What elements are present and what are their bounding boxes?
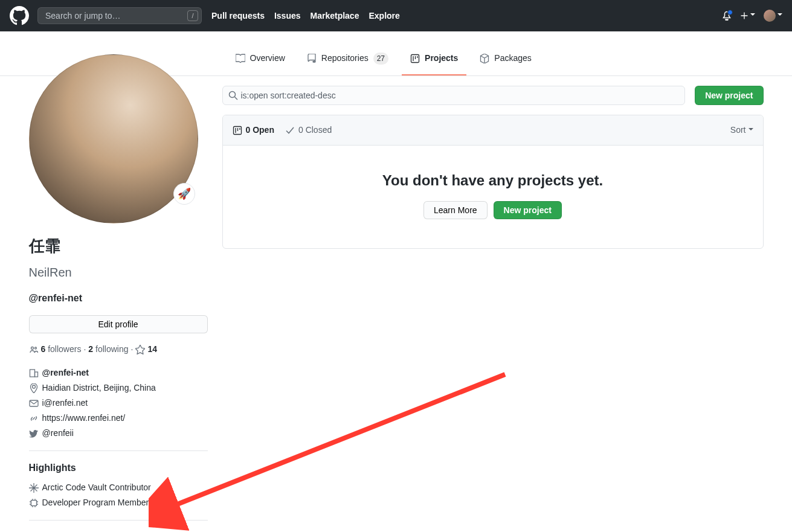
organizations-section: Organizations xyxy=(29,520,208,532)
vcard-org: @renfei-net xyxy=(29,365,208,380)
create-new-dropdown[interactable] xyxy=(740,11,755,20)
closed-projects-toggle[interactable]: 0 Closed xyxy=(285,124,332,136)
rocket-icon: 🚀 xyxy=(178,186,191,202)
projects-box: 0 Open 0 Closed Sort You don't have any … xyxy=(222,115,764,249)
cpu-icon xyxy=(29,498,39,508)
open-projects-toggle[interactable]: 0 Open xyxy=(233,124,274,136)
highlights-section: Highlights Arctic Code Vault Contributor… xyxy=(29,450,208,510)
projects-blankslate: You don't have any projects yet. Learn M… xyxy=(223,146,763,248)
primary-nav: Pull requests Issues Marketplace Explore xyxy=(211,10,400,22)
caret-down-icon xyxy=(778,13,782,18)
organization-icon xyxy=(29,368,39,378)
twitter-icon xyxy=(29,429,39,438)
header-right xyxy=(722,10,782,22)
profile-username: NeilRen xyxy=(29,266,72,279)
snowflake-icon xyxy=(29,483,39,493)
projects-filter-row: New project xyxy=(222,86,764,105)
vcard-location: Haidian District, Beijing, China xyxy=(29,380,208,396)
search-icon xyxy=(228,91,238,100)
notification-dot-icon xyxy=(727,10,733,15)
link-icon xyxy=(29,414,39,423)
closed-count-text: 0 Closed xyxy=(298,124,332,136)
user-menu-dropdown[interactable] xyxy=(764,10,782,22)
search-input[interactable] xyxy=(37,7,202,24)
mail-icon xyxy=(29,399,39,408)
followers-link[interactable]: 6 followers xyxy=(41,343,82,356)
svg-line-9 xyxy=(234,97,237,100)
vcard-website: https://www.renfei.net/ xyxy=(29,411,208,426)
new-project-button-blank[interactable]: New project xyxy=(494,201,562,219)
highlight-text: Arctic Code Vault Contributor xyxy=(42,481,151,494)
plus-icon xyxy=(740,11,749,20)
check-icon xyxy=(285,126,295,135)
stars-link[interactable]: 14 xyxy=(147,343,157,356)
follow-stats: 6 followers · 2 following · 14 xyxy=(29,343,208,356)
website-link[interactable]: https://www.renfei.net/ xyxy=(42,412,126,425)
nav-pull-requests[interactable]: Pull requests xyxy=(211,10,265,22)
nav-explore[interactable]: Explore xyxy=(369,10,399,22)
new-project-button[interactable]: New project xyxy=(695,86,763,105)
twitter-link[interactable]: @renfeii xyxy=(42,427,74,440)
sort-label: Sort xyxy=(730,124,746,136)
location-icon xyxy=(29,383,39,393)
projects-content: New project 0 Open 0 Closed Sort xyxy=(222,86,764,249)
org-link[interactable]: @renfei-net xyxy=(42,367,89,379)
projects-filter-input[interactable] xyxy=(222,86,686,105)
vcard-details: @renfei-net Haidian District, Beijing, C… xyxy=(29,365,208,441)
vcard-twitter: @renfeii xyxy=(29,426,208,441)
profile-bio: @renfei-net xyxy=(29,291,208,306)
svg-rect-4 xyxy=(30,370,34,377)
github-logo[interactable] xyxy=(10,6,29,25)
notifications-button[interactable] xyxy=(722,11,732,21)
following-link[interactable]: 2 following xyxy=(88,343,128,356)
slash-key-icon: / xyxy=(187,10,198,21)
avatar-icon xyxy=(764,10,776,22)
sort-dropdown[interactable]: Sort xyxy=(730,124,753,136)
nav-issues[interactable]: Issues xyxy=(274,10,301,22)
people-icon xyxy=(29,345,39,354)
vcard-email: i@renfei.net xyxy=(29,396,208,411)
profile-sidebar: 🚀 任霏 NeilRen @renfei-net Edit profile 6 … xyxy=(29,54,208,532)
svg-rect-7 xyxy=(31,500,36,505)
svg-rect-5 xyxy=(34,372,37,377)
learn-more-button[interactable]: Learn More xyxy=(423,201,488,219)
search-wrapper: / xyxy=(37,7,202,24)
svg-point-8 xyxy=(229,92,235,98)
highlight-text: Developer Program Member xyxy=(42,496,149,509)
highlight-arctic: Arctic Code Vault Contributor xyxy=(29,480,208,495)
projects-box-header: 0 Open 0 Closed Sort xyxy=(223,115,763,146)
highlight-developer-program: Developer Program Member xyxy=(29,495,208,510)
star-icon xyxy=(135,345,145,354)
caret-down-icon xyxy=(749,128,753,133)
highlights-title: Highlights xyxy=(29,461,208,475)
status-emoji-button[interactable]: 🚀 xyxy=(173,183,195,205)
edit-profile-button[interactable]: Edit profile xyxy=(29,315,208,333)
blankslate-title: You don't have any projects yet. xyxy=(233,170,753,191)
profile-fullname: 任霏 xyxy=(29,237,60,255)
caret-down-icon xyxy=(750,13,755,18)
profile-names: 任霏 NeilRen xyxy=(29,233,208,284)
global-header: / Pull requests Issues Marketplace Explo… xyxy=(0,0,792,31)
email-link[interactable]: i@renfei.net xyxy=(42,397,88,409)
profile-avatar[interactable]: 🚀 xyxy=(29,54,198,223)
open-count-text: 0 Open xyxy=(246,124,274,136)
nav-marketplace[interactable]: Marketplace xyxy=(311,10,359,22)
project-icon xyxy=(233,126,242,135)
location-text: Haidian District, Beijing, China xyxy=(42,382,156,394)
filter-input-wrapper xyxy=(222,86,686,105)
